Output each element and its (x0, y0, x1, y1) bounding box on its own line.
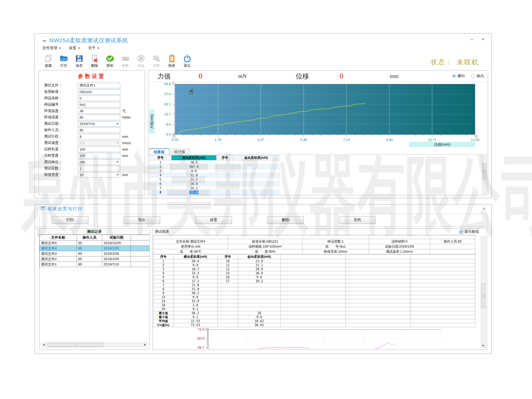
direction-radio-0[interactable]: 横向 (452, 74, 465, 78)
svg-text:1.79: 1.79 (215, 138, 221, 142)
param-value: 100 (80, 147, 85, 151)
report-close-button[interactable]: × (483, 206, 485, 211)
results-row[interactable]: 932.2 (149, 194, 279, 195)
toolbar-delete-button[interactable]: 删除 (88, 54, 102, 68)
param-input-test_file[interactable]: 测试文件1 (78, 83, 120, 88)
results-row[interactable]: 716.1 (149, 186, 279, 190)
settings-button[interactable]: 设置 (195, 216, 232, 224)
records-row[interactable]: 测试文件2652019/10/9 (40, 256, 150, 262)
scroll-down-icon[interactable] (482, 345, 484, 347)
menu-item-2[interactable]: 关于 (88, 46, 99, 51)
results-row[interactable]: 30.0 (149, 169, 279, 173)
param-input-sample_no[interactable]: No1 (78, 102, 120, 107)
toolbar-button-label: 退出 (180, 63, 194, 68)
clear-zero-icon (149, 54, 163, 63)
records-col-header (131, 235, 149, 240)
toolbar-new-button[interactable]: 新建 (41, 54, 55, 68)
param-input-slit_width[interactable]: 10 (78, 172, 120, 178)
param-input-sample_width[interactable]: 100 (78, 153, 120, 159)
tab-statistics[interactable]: 统计值 (170, 148, 190, 155)
param-value: 0 (80, 96, 81, 100)
print-button[interactable]: 打印 (52, 216, 88, 224)
export-button[interactable]: 导出 (123, 216, 160, 224)
param-input-test_unit[interactable]: mN (78, 159, 120, 165)
report-cell-empty (346, 275, 410, 279)
menu-item-1[interactable]: 设置 (69, 46, 80, 51)
show-curve-checkbox[interactable]: 显示曲线 (459, 229, 479, 234)
param-input-test_date[interactable]: 2019/7/10 (78, 121, 120, 127)
records-row[interactable]: 测试文件1652019/7/10 (40, 262, 150, 267)
report-pane: 测试报表 显示曲线 文件名称:测试文件4标准名称:GB1101样品层数:1试样材… (152, 228, 487, 350)
records-row[interactable]: 测试文件3652019/10/9 (40, 251, 150, 256)
results-row[interactable]: 618.8 (149, 182, 279, 186)
param-input-test_stroke[interactable]: 8 (78, 134, 120, 139)
report-col-header-empty (281, 255, 346, 259)
toolbar-exit-button[interactable]: 退出 (180, 54, 194, 68)
toolbar-report-button[interactable]: 报表 (165, 54, 179, 68)
svg-text:3.57: 3.57 (257, 138, 264, 142)
scroll-left-icon[interactable] (43, 344, 45, 346)
param-unit-sample_width: mm (122, 154, 128, 158)
report-cell-empty (281, 315, 346, 319)
param-input-operator[interactable]: 65 (78, 127, 120, 133)
param-label-test_layers: 测试层数： (44, 166, 78, 171)
results-row[interactable]: 2397.9 (149, 165, 279, 169)
status-indicator: 状态： 未联机 (431, 58, 486, 68)
records-h-scrollbar[interactable] (41, 342, 147, 347)
report-cell (218, 303, 238, 307)
toolbar-save-button[interactable]: 保存 (72, 54, 86, 68)
report-cell: 20.9 (238, 267, 281, 271)
close-button[interactable]: 关闭 (339, 216, 376, 224)
records-cell (131, 240, 149, 246)
report-window: 报表设置与打印 × 打印导出设置删除关闭 测试记录 文件名称操作人员试验日期测试… (35, 204, 492, 354)
report-cell: 15.3 (173, 271, 218, 275)
report-scrollbar-thumb[interactable] (481, 283, 485, 308)
minimize-button[interactable]: – (471, 37, 473, 42)
results-row[interactable]: 521.3 (149, 177, 279, 182)
results-cell-index: 2 (149, 165, 172, 169)
records-row[interactable]: 测试文件4652019/10/9 (40, 246, 150, 251)
report-cell (238, 291, 281, 295)
report-cell-empty (410, 323, 475, 327)
param-input-test_layers[interactable]: 1 (78, 166, 120, 171)
records-h-scrollbar-thumb[interactable] (48, 343, 103, 347)
report-info-cell: 使用单位:mN (153, 244, 228, 249)
tab-results[interactable]: 结果值 (149, 148, 169, 155)
records-row[interactable]: 测试文件5652019/10/25 (40, 240, 150, 246)
param-input-env_temp[interactable]: 36 (78, 108, 120, 114)
results-scrollbar[interactable] (482, 155, 487, 194)
toolbar-open-button[interactable]: 打开 (57, 54, 71, 68)
param-input-standard[interactable]: GB1101 (78, 89, 120, 95)
param-input-sample_name[interactable]: 0 (78, 95, 120, 101)
report-cell-empty (281, 319, 346, 323)
records-cell: 测试文件5 (40, 240, 77, 246)
report-scrollbar[interactable] (481, 236, 486, 348)
toolbar-connect-button[interactable]: 联机 (103, 54, 117, 68)
param-input-env_humidity[interactable]: 65 (78, 115, 120, 120)
results-row[interactable]: 176.5 (149, 160, 279, 165)
report-cell: 7 (153, 283, 173, 287)
close-button[interactable]: × (482, 37, 484, 42)
param-input-sample_length[interactable]: 100 (78, 147, 120, 152)
direction-radio-1[interactable]: 纵向 (471, 74, 484, 78)
report-cell: 31.9 (173, 299, 218, 303)
scroll-right-icon[interactable] (144, 344, 146, 346)
menu-item-0[interactable]: 文件管理 (42, 46, 61, 51)
results-row[interactable]: 432.8 (149, 173, 279, 177)
report-blank-cell (302, 235, 369, 239)
direction-radio-group: 横向纵向 (452, 74, 484, 78)
report-cell: 6 (153, 279, 173, 283)
window-controls: – × (463, 37, 484, 42)
report-data-row: 130.0 (153, 295, 475, 299)
report-cell-empty (346, 267, 410, 271)
report-cell: 19 (153, 307, 173, 311)
delete-button[interactable]: 删除 (267, 216, 304, 224)
results-cell-index: 6 (149, 182, 172, 186)
results-row[interactable]: 835.4 (149, 190, 279, 194)
report-cell-empty (410, 299, 475, 303)
report-cell (218, 291, 238, 295)
report-stat-row: 最小值0.19.6 (153, 315, 475, 319)
main-chart-area: 46.837.428.118.79.40.00.001.793.575.367.… (148, 82, 488, 148)
results-table: 序号横向柔软度(mN)序号纵向柔软度(mN)176.52397.930.0432… (149, 155, 279, 195)
results-scrollbar-thumb[interactable] (483, 164, 487, 180)
